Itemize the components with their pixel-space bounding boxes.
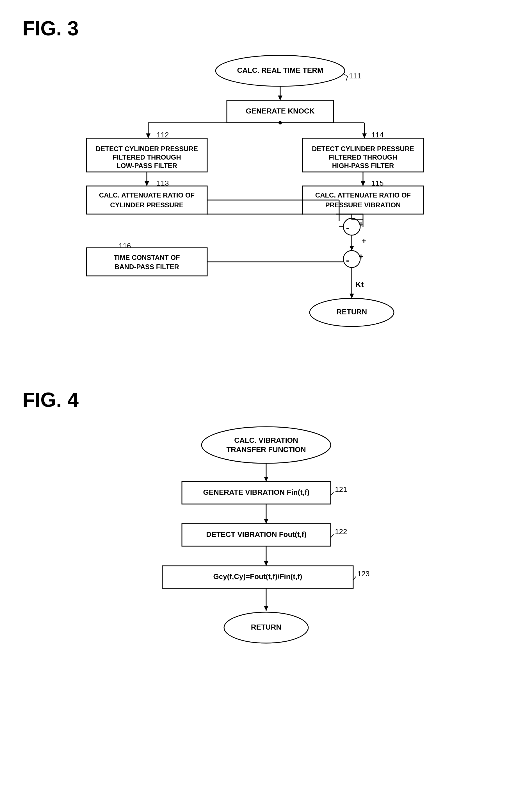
detect-low-line2: FILTERED THROUGH bbox=[113, 153, 181, 161]
time-const-line2: BAND-PASS FILTER bbox=[115, 263, 179, 271]
fig3-diagram: CALC. REAL TIME TERM 111 GENERATE KNOCK … bbox=[70, 51, 463, 360]
svg-marker-54 bbox=[264, 606, 268, 611]
ref-122: 122 bbox=[335, 527, 347, 536]
svg-marker-16 bbox=[145, 181, 149, 186]
sum1-plus: + bbox=[359, 220, 363, 228]
fig3-return-node: RETURN bbox=[336, 308, 367, 316]
sum1-minus: - bbox=[346, 223, 349, 233]
svg-marker-33 bbox=[349, 246, 354, 251]
formula-node: Gcy(f,Cy)=Fout(t,f)/Fin(t,f) bbox=[213, 572, 302, 581]
generate-vibration-node: GENERATE VIBRATION Fin(t,f) bbox=[203, 488, 309, 496]
svg-marker-46 bbox=[264, 519, 268, 524]
svg-rect-19 bbox=[87, 186, 207, 214]
svg-rect-35 bbox=[87, 248, 207, 276]
ref-123: 123 bbox=[357, 569, 369, 578]
svg-marker-9 bbox=[146, 133, 151, 138]
generate-knock-node: GENERATE KNOCK bbox=[246, 107, 315, 115]
detect-high-line2: FILTERED THROUGH bbox=[329, 153, 397, 161]
svg-marker-50 bbox=[264, 561, 268, 566]
fig4-diagram: CALC. VIBRATION TRANSFER FUNCTION GENERA… bbox=[126, 423, 406, 703]
svg-line-2 bbox=[343, 74, 347, 76]
label-plus-1: + bbox=[362, 237, 366, 245]
calc-real-time-node: CALC. REAL TIME TERM bbox=[237, 66, 323, 74]
fig4-return-node: RETURN bbox=[251, 623, 281, 631]
detect-vibration-node: DETECT VIBRATION Fout(t,f) bbox=[206, 530, 307, 538]
kt-label: Kt bbox=[356, 280, 364, 289]
svg-marker-4 bbox=[278, 95, 282, 100]
svg-marker-42 bbox=[264, 477, 268, 481]
ref-121: 121 bbox=[335, 485, 347, 494]
calc-vibration-line2: TRANSFER FUNCTION bbox=[226, 445, 306, 454]
sum2-plus: + bbox=[359, 252, 363, 261]
calc-att-pres-line2: PRESSURE VIBRATION bbox=[325, 201, 401, 209]
ref-111: 111 bbox=[349, 72, 361, 80]
figure-4: FIG. 4 CALC. VIBRATION TRANSFER FUNCTION… bbox=[22, 388, 510, 703]
svg-marker-18 bbox=[361, 181, 365, 186]
fig3-label: FIG. 3 bbox=[22, 17, 510, 40]
calc-att-cyl-line2: CYLINDER PRESSURE bbox=[110, 201, 183, 209]
svg-line-1 bbox=[346, 76, 347, 81]
calc-att-pres-line1: CALC. ATTENUATE RATIO OF bbox=[315, 191, 411, 199]
svg-marker-38 bbox=[349, 294, 354, 298]
fig4-label: FIG. 4 bbox=[22, 388, 510, 411]
detect-high-line3: HIGH-PASS FILTER bbox=[332, 162, 394, 169]
detect-high-line1: DETECT CYLINDER PRESSURE bbox=[311, 145, 414, 152]
calc-vibration-line1: CALC. VIBRATION bbox=[234, 436, 298, 444]
detect-low-line3: LOW-PASS FILTER bbox=[116, 162, 177, 169]
svg-marker-12 bbox=[362, 133, 367, 138]
ref-114: 114 bbox=[372, 131, 383, 139]
sum2-minus: - bbox=[346, 255, 349, 265]
figure-3: FIG. 3 CALC. REAL TIME TERM 111 GENERATE… bbox=[22, 17, 510, 360]
time-const-line1: TIME CONSTANT OF bbox=[114, 254, 180, 261]
ref-112: 112 bbox=[157, 131, 169, 139]
calc-att-cyl-line1: CALC. ATTENUATE RATIO OF bbox=[99, 191, 194, 199]
detect-low-line1: DETECT CYLINDER PRESSURE bbox=[95, 145, 198, 152]
